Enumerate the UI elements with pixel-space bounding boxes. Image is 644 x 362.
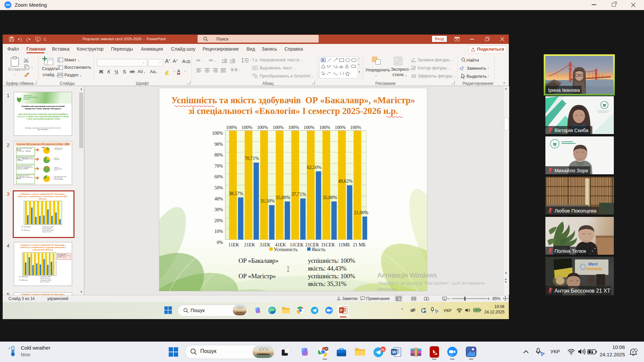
svg-text:zoom: zoom bbox=[450, 354, 453, 356]
svg-text:A: A bbox=[322, 58, 324, 62]
svg-text:Мелі: Мелі bbox=[588, 262, 598, 266]
svg-text:тополь: тополь bbox=[586, 266, 602, 271]
svg-text:P: P bbox=[340, 308, 342, 312]
svg-text:z: z bbox=[632, 350, 634, 353]
svg-text:c: c bbox=[462, 68, 463, 71]
svg-text:01: 01 bbox=[381, 348, 385, 351]
svg-text:zoom: zoom bbox=[327, 313, 330, 314]
svg-text:A: A bbox=[255, 58, 258, 62]
svg-text:W: W bbox=[392, 350, 396, 355]
